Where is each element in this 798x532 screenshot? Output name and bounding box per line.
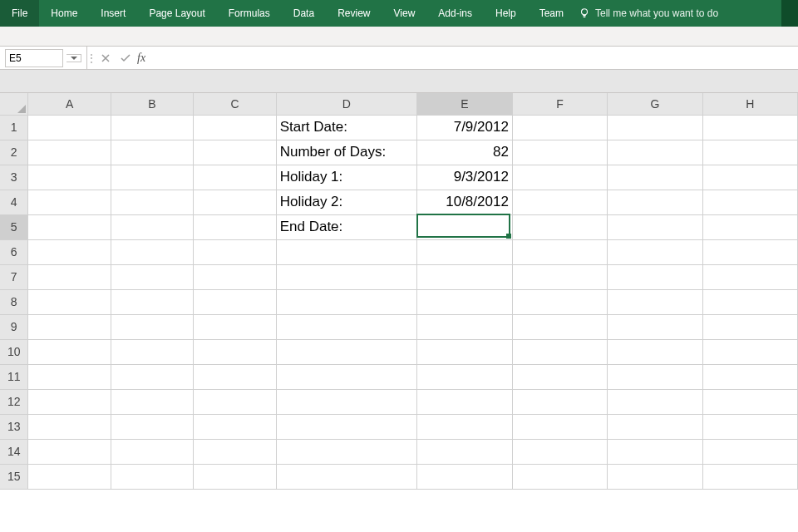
cell-B5[interactable] — [111, 214, 193, 239]
row-header-2[interactable]: 2 — [0, 140, 28, 165]
cell-B1[interactable] — [111, 115, 193, 140]
cell-D15[interactable] — [276, 464, 416, 489]
tab-addins[interactable]: Add-ins — [426, 0, 484, 27]
row-header-8[interactable]: 8 — [0, 289, 28, 314]
cell-A3[interactable] — [28, 165, 111, 190]
cell-B6[interactable] — [111, 239, 193, 264]
cell-H6[interactable] — [702, 239, 797, 264]
cell-C14[interactable] — [194, 439, 276, 464]
row-header-12[interactable]: 12 — [0, 389, 28, 414]
worksheet[interactable]: A B C D E F G H 1 Start Date: 7/9/2012 2 — [0, 93, 798, 532]
cell-B14[interactable] — [111, 439, 193, 464]
tell-me-search[interactable]: Tell me what you want to do — [579, 0, 718, 27]
row-header-10[interactable]: 10 — [0, 339, 28, 364]
row-header-6[interactable]: 6 — [0, 239, 28, 264]
tab-formulas[interactable]: Formulas — [217, 0, 282, 27]
cell-H1[interactable] — [702, 115, 797, 140]
cell-B7[interactable] — [111, 264, 193, 289]
cell-E3[interactable]: 9/3/2012 — [417, 165, 513, 190]
cell-E12[interactable] — [417, 389, 513, 414]
cell-G2[interactable] — [608, 140, 702, 165]
cell-A6[interactable] — [28, 239, 111, 264]
tab-data[interactable]: Data — [282, 0, 326, 27]
tab-review[interactable]: Review — [326, 0, 382, 27]
name-box[interactable] — [0, 47, 87, 69]
cell-H11[interactable] — [702, 364, 797, 389]
row-header-13[interactable]: 13 — [0, 414, 28, 439]
name-box-dropdown[interactable] — [66, 54, 81, 62]
col-header-B[interactable]: B — [111, 93, 193, 115]
cell-E5[interactable] — [417, 214, 513, 239]
cell-C12[interactable] — [194, 389, 276, 414]
cell-A8[interactable] — [28, 289, 111, 314]
cell-F4[interactable] — [512, 190, 607, 214]
cell-E8[interactable] — [417, 289, 513, 314]
cell-E2[interactable]: 82 — [417, 140, 513, 165]
row-header-9[interactable]: 9 — [0, 314, 28, 339]
cell-A4[interactable] — [28, 190, 111, 214]
cell-F5[interactable] — [512, 214, 607, 239]
cell-A5[interactable] — [28, 214, 111, 239]
cell-C9[interactable] — [194, 314, 276, 339]
tab-insert[interactable]: Insert — [89, 0, 137, 27]
cell-E6[interactable] — [417, 239, 513, 264]
cell-D1[interactable]: Start Date: — [276, 115, 416, 140]
cell-E1[interactable]: 7/9/2012 — [417, 115, 513, 140]
cell-E4[interactable]: 10/8/2012 — [417, 190, 513, 214]
cell-B15[interactable] — [111, 464, 193, 489]
cell-A12[interactable] — [28, 389, 111, 414]
col-header-A[interactable]: A — [28, 93, 111, 115]
cell-A11[interactable] — [28, 364, 111, 389]
col-header-C[interactable]: C — [194, 93, 276, 115]
col-header-E[interactable]: E — [417, 93, 513, 115]
cell-F15[interactable] — [512, 464, 607, 489]
cell-H8[interactable] — [702, 289, 797, 314]
tab-view[interactable]: View — [382, 0, 427, 27]
cell-H14[interactable] — [702, 439, 797, 464]
cell-B4[interactable] — [111, 190, 193, 214]
cell-C1[interactable] — [194, 115, 276, 140]
cell-F1[interactable] — [512, 115, 607, 140]
cell-F13[interactable] — [512, 414, 607, 439]
cell-D12[interactable] — [276, 389, 416, 414]
row-header-7[interactable]: 7 — [0, 264, 28, 289]
cell-B10[interactable] — [111, 339, 193, 364]
cell-C8[interactable] — [194, 289, 276, 314]
cell-F11[interactable] — [512, 364, 607, 389]
cell-F10[interactable] — [512, 339, 607, 364]
cell-B2[interactable] — [111, 140, 193, 165]
cell-B3[interactable] — [111, 165, 193, 190]
cell-C11[interactable] — [194, 364, 276, 389]
cell-H12[interactable] — [702, 389, 797, 414]
cell-C10[interactable] — [194, 339, 276, 364]
cell-H3[interactable] — [702, 165, 797, 190]
cell-G4[interactable] — [608, 190, 702, 214]
cell-C7[interactable] — [194, 264, 276, 289]
cell-A7[interactable] — [28, 264, 111, 289]
col-header-G[interactable]: G — [608, 93, 702, 115]
row-header-4[interactable]: 4 — [0, 190, 28, 214]
cell-G10[interactable] — [608, 339, 702, 364]
cell-D5[interactable]: End Date: — [276, 214, 416, 239]
row-header-5[interactable]: 5 — [0, 214, 28, 239]
name-box-input[interactable] — [5, 49, 63, 67]
cell-G1[interactable] — [608, 115, 702, 140]
cell-G11[interactable] — [608, 364, 702, 389]
cell-G7[interactable] — [608, 264, 702, 289]
cell-H10[interactable] — [702, 339, 797, 364]
cell-E7[interactable] — [417, 264, 513, 289]
cell-C13[interactable] — [194, 414, 276, 439]
col-header-H[interactable]: H — [702, 93, 797, 115]
cell-G15[interactable] — [608, 464, 702, 489]
cell-E14[interactable] — [417, 439, 513, 464]
cell-D7[interactable] — [276, 264, 416, 289]
cell-G9[interactable] — [608, 314, 702, 339]
cell-H7[interactable] — [702, 264, 797, 289]
cell-A2[interactable] — [28, 140, 111, 165]
select-all-corner[interactable] — [0, 93, 28, 115]
cell-F2[interactable] — [512, 140, 607, 165]
grid[interactable]: A B C D E F G H 1 Start Date: 7/9/2012 2 — [0, 93, 798, 490]
cell-H15[interactable] — [702, 464, 797, 489]
cell-D11[interactable] — [276, 364, 416, 389]
cell-H9[interactable] — [702, 314, 797, 339]
